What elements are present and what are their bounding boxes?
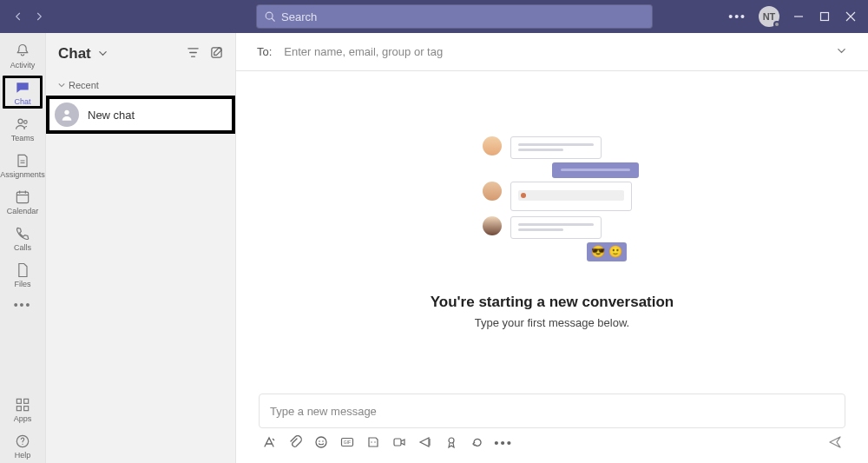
attach-button[interactable]: [288, 435, 302, 449]
message-composer[interactable]: [259, 394, 845, 428]
chat-icon: [14, 79, 31, 96]
rail-item-assignments[interactable]: Assignments: [2, 148, 43, 182]
gif-button[interactable]: GIF: [340, 435, 354, 449]
rail-item-more[interactable]: •••: [2, 294, 43, 316]
send-button[interactable]: [828, 435, 842, 449]
phone-icon: [14, 225, 31, 242]
bell-icon: [14, 43, 31, 60]
recipients-bar: To:: [236, 33, 868, 71]
svg-point-24: [374, 441, 375, 442]
conversation-panel: To:: [236, 33, 868, 463]
rail-item-files[interactable]: Files: [2, 257, 43, 292]
person-icon: [55, 103, 79, 127]
chat-list-panel: Chat Recent New chat: [45, 33, 236, 463]
svg-point-18: [316, 437, 326, 447]
rail-item-activity[interactable]: Activity: [2, 38, 43, 73]
chat-name: New chat: [88, 109, 135, 122]
stream-button[interactable]: [418, 435, 432, 449]
svg-point-17: [64, 110, 69, 115]
filter-button[interactable]: [187, 46, 200, 63]
section-recent[interactable]: Recent: [46, 75, 235, 96]
recipients-input[interactable]: [284, 45, 824, 58]
svg-point-4: [18, 119, 23, 123]
rail-label: Apps: [14, 414, 32, 423]
search-icon: [264, 10, 276, 23]
titlebar: Search ••• NT: [0, 0, 868, 33]
svg-point-23: [371, 441, 372, 442]
app-rail: Activity Chat Teams Assignments Calendar…: [0, 33, 45, 463]
svg-point-20: [322, 440, 324, 442]
svg-rect-11: [24, 399, 29, 403]
window-maximize-button[interactable]: [818, 10, 832, 23]
svg-rect-6: [16, 192, 28, 203]
svg-point-27: [449, 438, 454, 443]
assignments-icon: [14, 152, 31, 169]
rail-label: Files: [14, 280, 30, 288]
rail-label: Teams: [11, 134, 35, 142]
rail-label: Calendar: [7, 207, 39, 215]
chevron-down-icon[interactable]: [98, 46, 108, 62]
message-input[interactable]: [270, 405, 834, 418]
loop-button[interactable]: [470, 435, 484, 449]
teams-icon: [14, 116, 31, 133]
more-compose-button[interactable]: •••: [496, 435, 510, 449]
conversation-illustration: 😎 🙂: [465, 136, 639, 280]
more-horizontal-icon: •••: [14, 298, 32, 312]
format-button[interactable]: [262, 435, 276, 449]
current-user-avatar[interactable]: NT: [759, 6, 779, 27]
caret-down-icon: [58, 82, 65, 89]
search-placeholder: Search: [281, 10, 317, 23]
svg-text:GIF: GIF: [344, 440, 351, 445]
svg-rect-10: [16, 399, 21, 403]
avatar-initials: NT: [763, 11, 776, 22]
svg-line-1: [272, 18, 274, 21]
help-icon: [14, 433, 31, 450]
rail-label: Calls: [14, 243, 31, 252]
composer-toolbar: GIF •••: [259, 428, 845, 456]
chat-list-title: Chat: [58, 45, 91, 63]
meeting-button[interactable]: [392, 435, 406, 449]
rail-item-help[interactable]: Help: [2, 428, 43, 463]
emoji-button[interactable]: [314, 435, 328, 449]
rail-label: Chat: [14, 97, 30, 106]
nav-forward-button[interactable]: [33, 10, 45, 23]
presence-dot-icon: [773, 21, 780, 28]
rail-item-apps[interactable]: Apps: [2, 392, 43, 427]
empty-state-subtitle: Type your first message below.: [475, 316, 629, 329]
window-minimize-button[interactable]: [792, 10, 806, 23]
rail-item-chat[interactable]: Chat: [2, 75, 43, 109]
nav-back-button[interactable]: [12, 10, 24, 23]
rail-item-calls[interactable]: Calls: [2, 221, 43, 255]
more-button[interactable]: •••: [728, 10, 746, 23]
rail-label: Help: [15, 451, 31, 460]
expand-recipients-button[interactable]: [836, 44, 847, 60]
files-icon: [14, 261, 31, 279]
svg-rect-13: [24, 406, 29, 410]
svg-rect-3: [821, 13, 829, 21]
window-close-button[interactable]: [844, 10, 858, 23]
chat-list-item[interactable]: New chat: [46, 96, 235, 134]
rail-item-teams[interactable]: Teams: [2, 111, 43, 146]
svg-point-15: [22, 443, 23, 444]
rail-item-calendar[interactable]: Calendar: [2, 184, 43, 219]
calendar-icon: [14, 189, 31, 206]
rail-label: Assignments: [0, 170, 45, 179]
svg-point-19: [319, 440, 320, 442]
svg-point-5: [24, 120, 28, 123]
svg-rect-12: [16, 406, 21, 410]
praise-button[interactable]: [444, 435, 458, 449]
rail-label: Activity: [10, 61, 36, 69]
empty-state-title: You're starting a new conversation: [431, 294, 674, 311]
to-label: To:: [257, 45, 272, 58]
sticker-button[interactable]: [366, 435, 380, 449]
svg-rect-25: [394, 439, 401, 446]
search-input[interactable]: Search: [257, 5, 652, 28]
apps-icon: [14, 396, 31, 413]
new-chat-button[interactable]: [210, 46, 223, 63]
